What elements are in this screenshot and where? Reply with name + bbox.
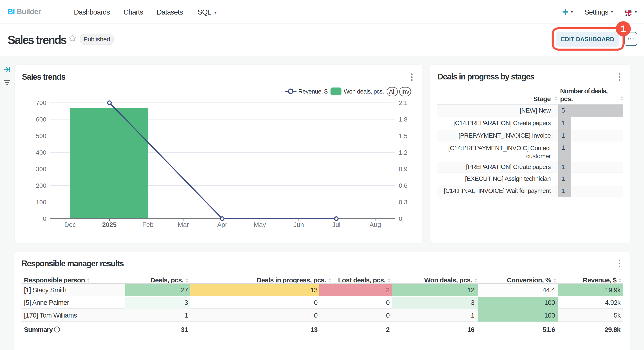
svg-text:2025: 2025 <box>102 221 117 228</box>
svg-text:1.5: 1.5 <box>399 132 408 140</box>
svg-text:Feb: Feb <box>142 221 154 228</box>
svg-text:400: 400 <box>36 149 46 156</box>
svg-text:100: 100 <box>36 199 46 206</box>
svg-text:May: May <box>254 221 266 228</box>
svg-text:0.6: 0.6 <box>399 182 408 189</box>
svg-text:200: 200 <box>36 182 46 189</box>
svg-text:1.2: 1.2 <box>399 149 408 156</box>
svg-text:Jun: Jun <box>294 221 304 228</box>
svg-text:0: 0 <box>43 215 46 222</box>
svg-text:2.1: 2.1 <box>399 99 408 106</box>
svg-text:Won deals, pcs.: Won deals, pcs. <box>344 88 384 95</box>
svg-text:Mar: Mar <box>178 221 189 228</box>
svg-text:Jul: Jul <box>332 221 340 228</box>
svg-text:500: 500 <box>36 132 46 140</box>
svg-text:All: All <box>389 88 396 95</box>
svg-text:700: 700 <box>36 99 46 106</box>
svg-text:0: 0 <box>399 215 402 222</box>
svg-text:300: 300 <box>36 166 46 172</box>
svg-text:1.8: 1.8 <box>399 116 408 123</box>
svg-text:0.3: 0.3 <box>399 199 408 206</box>
svg-text:0.9: 0.9 <box>399 166 408 172</box>
svg-text:Aug: Aug <box>370 221 381 228</box>
svg-text:Inv: Inv <box>401 88 410 95</box>
svg-text:Apr: Apr <box>217 221 227 228</box>
svg-text:Revenue, $: Revenue, $ <box>298 88 328 95</box>
svg-text:600: 600 <box>36 116 46 123</box>
svg-text:Dec: Dec <box>64 221 76 228</box>
